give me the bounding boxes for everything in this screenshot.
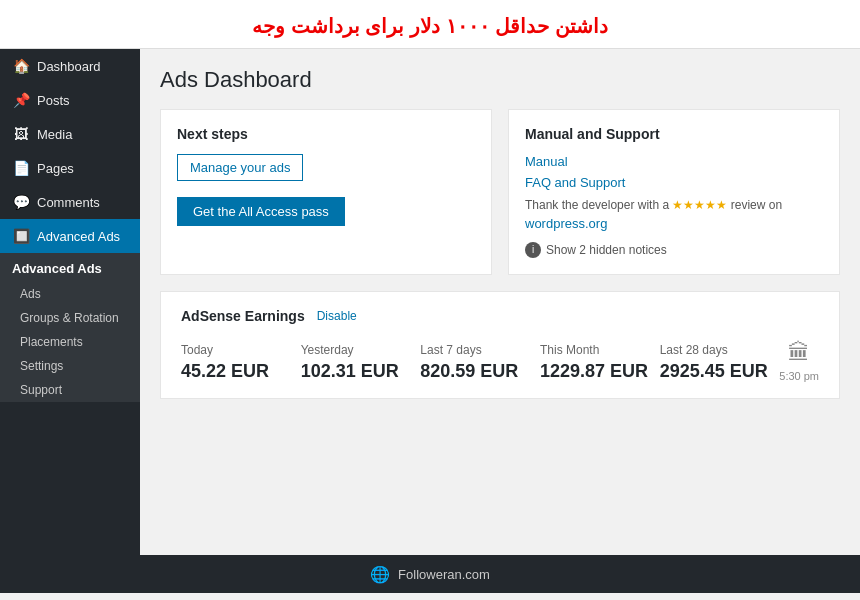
next-steps-title: Next steps <box>177 126 475 142</box>
submenu-item-ads[interactable]: Ads <box>0 282 140 306</box>
sidebar-label-advanced-ads: Advanced Ads <box>37 229 120 244</box>
adsense-header: AdSense Earnings Disable <box>181 308 819 324</box>
manual-support-card: Manual and Support Manual FAQ and Suppor… <box>508 109 840 275</box>
page-title: Ads Dashboard <box>160 67 840 93</box>
building-icon: 🏛 <box>788 340 810 366</box>
footer-site-name: Followeran.com <box>398 567 490 582</box>
advanced-ads-icon: 🔲 <box>12 228 30 244</box>
next-steps-card: Next steps Manage your ads Get the All A… <box>160 109 492 275</box>
notices-label: Show 2 hidden notices <box>546 243 667 257</box>
sidebar-submenu: Advanced Ads Ads Groups & Rotation Place… <box>0 253 140 402</box>
adsense-time: 5:30 pm <box>779 370 819 382</box>
sidebar-label-comments: Comments <box>37 195 100 210</box>
sidebar-item-comments[interactable]: 💬 Comments <box>0 185 140 219</box>
adsense-icon-col: 🏛 5:30 pm <box>779 340 819 382</box>
show-notices-row[interactable]: i Show 2 hidden notices <box>525 242 823 258</box>
comments-icon: 💬 <box>12 194 30 210</box>
earning-month: This Month 1229.87 EUR <box>540 343 660 382</box>
earning-label-today: Today <box>181 343 301 357</box>
manual-support-title: Manual and Support <box>525 126 823 142</box>
earning-value-yesterday: 102.31 EUR <box>301 361 421 382</box>
earning-28days: Last 28 days 2925.45 EUR <box>660 343 780 382</box>
earning-value-month: 1229.87 EUR <box>540 361 660 382</box>
sidebar-label-posts: Posts <box>37 93 70 108</box>
earning-label-month: This Month <box>540 343 660 357</box>
earning-label-7days: Last 7 days <box>420 343 540 357</box>
sidebar-item-advanced-ads[interactable]: 🔲 Advanced Ads <box>0 219 140 253</box>
top-cards-row: Next steps Manage your ads Get the All A… <box>160 109 840 275</box>
sidebar-item-dashboard[interactable]: 🏠 Dashboard <box>0 49 140 83</box>
top-banner: داشتن حداقل ۱۰۰۰ دلار برای برداشت وجه <box>0 0 860 49</box>
earning-yesterday: Yesterday 102.31 EUR <box>301 343 421 382</box>
earning-label-28days: Last 28 days <box>660 343 780 357</box>
pages-icon: 📄 <box>12 160 30 176</box>
manual-link[interactable]: Manual <box>525 154 823 169</box>
sidebar-item-pages[interactable]: 📄 Pages <box>0 151 140 185</box>
posts-icon: 📌 <box>12 92 30 108</box>
submenu-item-support[interactable]: Support <box>0 378 140 402</box>
submenu-item-settings[interactable]: Settings <box>0 354 140 378</box>
info-icon: i <box>525 242 541 258</box>
review-text: Thank the developer with a ★★★★★ review … <box>525 196 823 234</box>
sidebar-item-posts[interactable]: 📌 Posts <box>0 83 140 117</box>
manage-ads-button[interactable]: Manage your ads <box>177 154 303 181</box>
sidebar-label-media: Media <box>37 127 72 142</box>
earning-value-today: 45.22 EUR <box>181 361 301 382</box>
main-content: Ads Dashboard Next steps Manage your ads… <box>140 49 860 555</box>
bottom-bar: 🌐 Followeran.com <box>0 555 860 593</box>
submenu-item-groups-rotation[interactable]: Groups & Rotation <box>0 306 140 330</box>
sidebar-label-dashboard: Dashboard <box>37 59 101 74</box>
faq-link[interactable]: FAQ and Support <box>525 175 823 190</box>
sidebar: 🏠 Dashboard 📌 Posts 🖼 Media 📄 Pages 💬 Co… <box>0 49 140 555</box>
review-before: Thank the developer with a <box>525 198 672 212</box>
media-icon: 🖼 <box>12 126 30 142</box>
submenu-header: Advanced Ads <box>0 253 140 282</box>
banner-text: داشتن حداقل ۱۰۰۰ دلار برای برداشت وجه <box>252 15 607 37</box>
earning-label-yesterday: Yesterday <box>301 343 421 357</box>
submenu-item-placements[interactable]: Placements <box>0 330 140 354</box>
earning-value-7days: 820.59 EUR <box>420 361 540 382</box>
stars: ★★★★★ <box>672 198 727 212</box>
earning-today: Today 45.22 EUR <box>181 343 301 382</box>
earning-value-28days: 2925.45 EUR <box>660 361 780 382</box>
sidebar-item-media[interactable]: 🖼 Media <box>0 117 140 151</box>
sidebar-label-pages: Pages <box>37 161 74 176</box>
review-mid: review on <box>727 198 782 212</box>
adsense-card: AdSense Earnings Disable Today 45.22 EUR… <box>160 291 840 399</box>
access-pass-button[interactable]: Get the All Access pass <box>177 197 345 226</box>
earning-7days: Last 7 days 820.59 EUR <box>420 343 540 382</box>
globe-icon: 🌐 <box>370 565 390 584</box>
dashboard-icon: 🏠 <box>12 58 30 74</box>
earnings-row: Today 45.22 EUR Yesterday 102.31 EUR Las… <box>181 340 819 382</box>
adsense-disable-link[interactable]: Disable <box>317 309 357 323</box>
adsense-title: AdSense Earnings <box>181 308 305 324</box>
wordpress-link[interactable]: wordpress.org <box>525 216 607 231</box>
